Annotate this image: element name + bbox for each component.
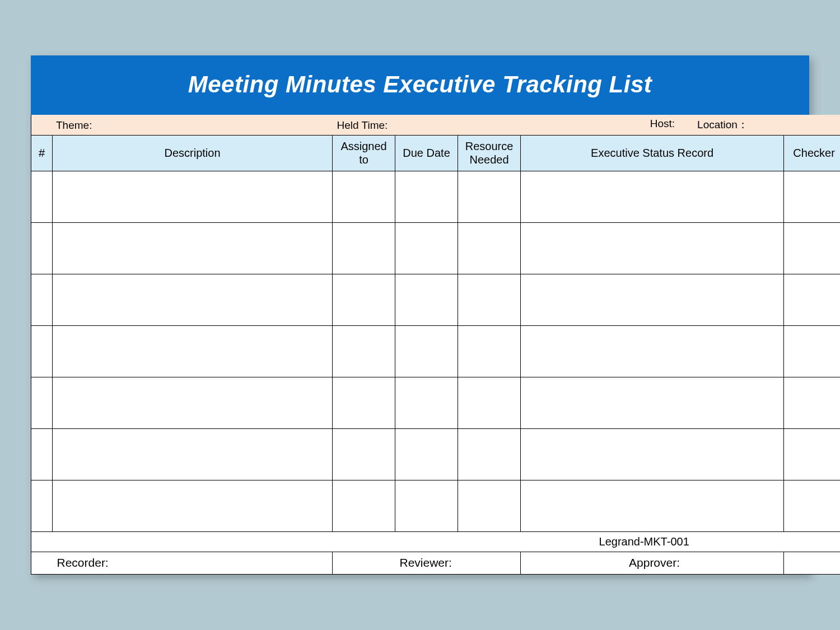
- col-header-description: Description: [53, 135, 333, 171]
- footer-row: Recorder: Reviewer: Approver:: [31, 552, 841, 574]
- meeting-minutes-document: Meeting Minutes Executive Tracking List …: [31, 55, 809, 575]
- meta-row: Theme: Held Time: Host: Location：: [31, 115, 841, 135]
- table-row: [31, 171, 841, 222]
- table-row: [31, 274, 841, 325]
- column-header-row: # Description Assigned to Due Date Resou…: [31, 135, 841, 171]
- col-header-num: #: [31, 135, 53, 171]
- doc-code-row: Legrand-MKT-001: [31, 531, 841, 552]
- table-row: [31, 325, 841, 377]
- col-header-checker: Checker: [784, 135, 840, 171]
- doc-code: Legrand-MKT-001: [599, 535, 689, 548]
- approver-label: Approver:: [629, 556, 680, 569]
- table-row: [31, 480, 841, 531]
- theme-label: Theme:: [56, 119, 92, 131]
- col-header-status-record: Executive Status Record: [521, 135, 784, 171]
- table-row: [31, 428, 841, 480]
- held-time-label: Held Time:: [337, 119, 388, 131]
- col-header-resource-needed: Resource Needed: [458, 135, 521, 171]
- col-header-due-date: Due Date: [395, 135, 458, 171]
- location-label: Location：: [697, 118, 748, 132]
- recorder-label: Recorder:: [57, 556, 109, 569]
- host-label: Host:: [650, 118, 675, 132]
- reviewer-label: Reviewer:: [400, 556, 452, 569]
- table-row: [31, 377, 841, 428]
- tracking-table: Theme: Held Time: Host: Location： # Desc…: [31, 115, 840, 575]
- table-row: [31, 222, 841, 274]
- col-header-assigned-to: Assigned to: [333, 135, 395, 171]
- page-title: Meeting Minutes Executive Tracking List: [31, 55, 809, 115]
